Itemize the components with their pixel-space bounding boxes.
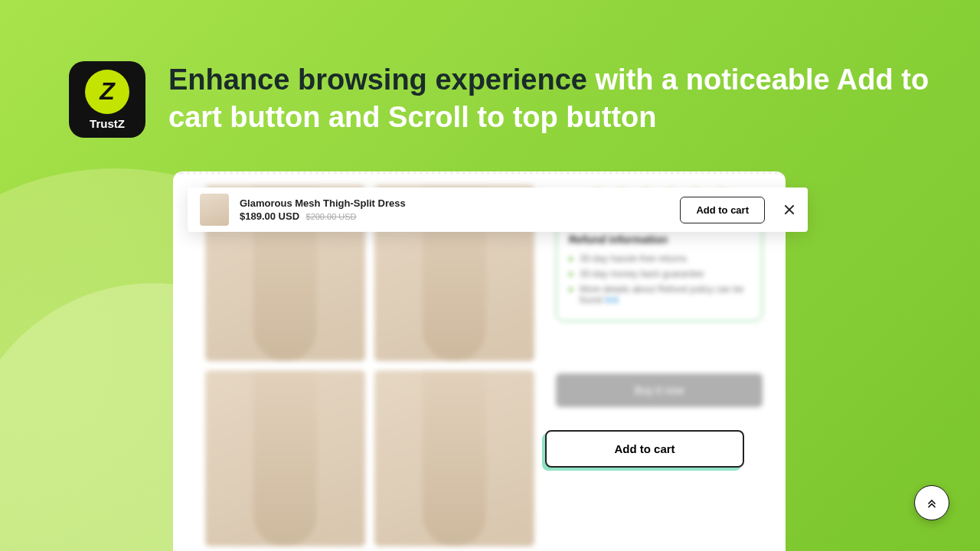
- sticky-add-to-cart-button[interactable]: Add to cart: [680, 197, 765, 223]
- header: Z TrustZ Enhance browsing experience wit…: [69, 61, 980, 138]
- product-title: Glamorous Mesh Thigh-Split Dress: [240, 197, 406, 209]
- main-add-to-cart-button[interactable]: Add to cart: [545, 430, 744, 468]
- refund-info-box: Refund information 30-day hassle-free re…: [556, 222, 763, 321]
- product-image: [205, 370, 365, 546]
- logo-letter: Z: [85, 70, 129, 114]
- product-thumbnail: [200, 194, 229, 226]
- sticky-add-to-cart-bar: Glamorous Mesh Thigh-Split Dress $189.00…: [188, 187, 808, 232]
- chevron-double-up-icon: [925, 496, 939, 510]
- close-icon[interactable]: [783, 204, 795, 216]
- refund-title: Refund information: [569, 233, 750, 246]
- product-price: $189.00 USD: [240, 210, 299, 222]
- refund-item: 30-day hassle-free returns: [569, 253, 750, 264]
- scroll-to-top-button[interactable]: [914, 485, 949, 520]
- buy-now-button[interactable]: Buy it now: [556, 373, 763, 407]
- headline: Enhance browsing experience with a notic…: [168, 61, 980, 137]
- headline-accent: Enhance browsing experience: [168, 64, 587, 96]
- brand-logo: Z TrustZ: [69, 61, 145, 138]
- refund-item: 30-day money back guarantee: [569, 269, 750, 279]
- logo-brand-name: TrustZ: [90, 117, 125, 130]
- product-gallery: [205, 185, 534, 546]
- refund-link[interactable]: link: [605, 295, 619, 305]
- product-image: [374, 370, 534, 546]
- product-info: Glamorous Mesh Thigh-Split Dress $189.00…: [240, 197, 406, 223]
- product-compare-price: $200.00 USD: [306, 212, 357, 221]
- refund-item: More details about Refund policy can be …: [569, 284, 750, 305]
